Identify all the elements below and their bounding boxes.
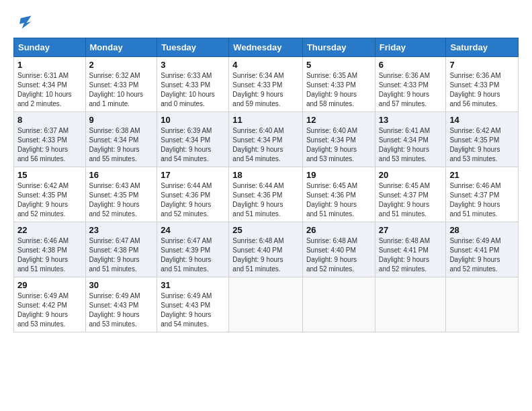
- calendar-week-row: 1Sunrise: 6:31 AM Sunset: 4:34 PM Daylig…: [14, 57, 519, 112]
- day-info: Sunrise: 6:36 AM Sunset: 4:33 PM Dayligh…: [449, 71, 515, 109]
- calendar-day-cell: 26Sunrise: 6:48 AM Sunset: 4:40 PM Dayli…: [302, 222, 375, 277]
- day-number: 4: [232, 60, 299, 70]
- day-info: Sunrise: 6:48 AM Sunset: 4:41 PM Dayligh…: [379, 236, 443, 274]
- day-number: 6: [379, 60, 443, 70]
- day-info: Sunrise: 6:42 AM Sunset: 4:35 PM Dayligh…: [449, 126, 515, 164]
- day-info: Sunrise: 6:41 AM Sunset: 4:34 PM Dayligh…: [379, 126, 443, 164]
- column-header-thursday: Thursday: [302, 38, 375, 57]
- page: SundayMondayTuesdayWednesdayThursdayFrid…: [0, 0, 532, 343]
- day-number: 26: [306, 225, 371, 235]
- day-number: 20: [379, 170, 443, 180]
- logo: [13, 13, 34, 32]
- calendar-day-cell: 22Sunrise: 6:46 AM Sunset: 4:38 PM Dayli…: [14, 222, 86, 277]
- day-info: Sunrise: 6:36 AM Sunset: 4:33 PM Dayligh…: [379, 71, 443, 109]
- calendar-header-row: SundayMondayTuesdayWednesdayThursdayFrid…: [14, 38, 519, 57]
- calendar-day-cell: 11Sunrise: 6:40 AM Sunset: 4:34 PM Dayli…: [229, 112, 303, 167]
- day-info: Sunrise: 6:47 AM Sunset: 4:39 PM Dayligh…: [161, 236, 225, 274]
- day-info: Sunrise: 6:45 AM Sunset: 4:36 PM Dayligh…: [306, 181, 371, 219]
- day-info: Sunrise: 6:49 AM Sunset: 4:42 PM Dayligh…: [17, 291, 82, 329]
- day-number: 5: [306, 60, 371, 70]
- calendar-day-cell: 18Sunrise: 6:44 AM Sunset: 4:36 PM Dayli…: [229, 167, 303, 222]
- day-number: 30: [89, 280, 154, 290]
- day-number: 16: [89, 170, 154, 180]
- calendar-day-cell: 3Sunrise: 6:33 AM Sunset: 4:33 PM Daylig…: [157, 57, 229, 112]
- calendar-day-cell: 20Sunrise: 6:45 AM Sunset: 4:37 PM Dayli…: [375, 167, 446, 222]
- day-info: Sunrise: 6:42 AM Sunset: 4:35 PM Dayligh…: [17, 181, 82, 219]
- calendar-week-row: 15Sunrise: 6:42 AM Sunset: 4:35 PM Dayli…: [14, 167, 519, 222]
- day-info: Sunrise: 6:32 AM Sunset: 4:33 PM Dayligh…: [89, 71, 154, 109]
- day-number: 12: [306, 115, 371, 125]
- day-info: Sunrise: 6:35 AM Sunset: 4:33 PM Dayligh…: [306, 71, 371, 109]
- calendar-day-cell: 17Sunrise: 6:44 AM Sunset: 4:36 PM Dayli…: [157, 167, 229, 222]
- column-header-friday: Friday: [375, 38, 446, 57]
- day-info: Sunrise: 6:48 AM Sunset: 4:40 PM Dayligh…: [232, 236, 299, 274]
- calendar-day-cell: 27Sunrise: 6:48 AM Sunset: 4:41 PM Dayli…: [375, 222, 446, 277]
- calendar-day-cell: 25Sunrise: 6:48 AM Sunset: 4:40 PM Dayli…: [229, 222, 303, 277]
- day-number: 8: [17, 115, 82, 125]
- day-number: 18: [232, 170, 299, 180]
- calendar-day-cell: 15Sunrise: 6:42 AM Sunset: 4:35 PM Dayli…: [14, 167, 86, 222]
- column-header-tuesday: Tuesday: [157, 38, 229, 57]
- calendar-day-cell: 16Sunrise: 6:43 AM Sunset: 4:35 PM Dayli…: [85, 167, 157, 222]
- day-info: Sunrise: 6:39 AM Sunset: 4:34 PM Dayligh…: [161, 126, 225, 164]
- day-info: Sunrise: 6:49 AM Sunset: 4:43 PM Dayligh…: [89, 291, 154, 329]
- svg-marker-0: [19, 16, 32, 29]
- empty-cell: [229, 277, 303, 332]
- day-info: Sunrise: 6:49 AM Sunset: 4:43 PM Dayligh…: [161, 291, 225, 329]
- day-number: 22: [17, 225, 82, 235]
- day-number: 28: [449, 225, 515, 235]
- calendar-day-cell: 10Sunrise: 6:39 AM Sunset: 4:34 PM Dayli…: [157, 112, 229, 167]
- calendar-day-cell: 19Sunrise: 6:45 AM Sunset: 4:36 PM Dayli…: [302, 167, 375, 222]
- calendar-day-cell: 24Sunrise: 6:47 AM Sunset: 4:39 PM Dayli…: [157, 222, 229, 277]
- day-number: 15: [17, 170, 82, 180]
- calendar-day-cell: 12Sunrise: 6:40 AM Sunset: 4:34 PM Dayli…: [302, 112, 375, 167]
- day-number: 1: [17, 60, 82, 70]
- day-info: Sunrise: 6:40 AM Sunset: 4:34 PM Dayligh…: [232, 126, 299, 164]
- empty-cell: [375, 277, 446, 332]
- day-number: 31: [161, 280, 225, 290]
- day-number: 19: [306, 170, 371, 180]
- calendar-day-cell: 8Sunrise: 6:37 AM Sunset: 4:33 PM Daylig…: [14, 112, 86, 167]
- day-info: Sunrise: 6:34 AM Sunset: 4:33 PM Dayligh…: [232, 71, 299, 109]
- day-info: Sunrise: 6:40 AM Sunset: 4:34 PM Dayligh…: [306, 126, 371, 164]
- day-number: 3: [161, 60, 225, 70]
- column-header-saturday: Saturday: [446, 38, 519, 57]
- day-info: Sunrise: 6:47 AM Sunset: 4:38 PM Dayligh…: [89, 236, 154, 274]
- day-number: 9: [89, 115, 154, 125]
- day-info: Sunrise: 6:46 AM Sunset: 4:37 PM Dayligh…: [449, 181, 515, 219]
- day-number: 7: [449, 60, 515, 70]
- day-info: Sunrise: 6:44 AM Sunset: 4:36 PM Dayligh…: [232, 181, 299, 219]
- calendar-day-cell: 2Sunrise: 6:32 AM Sunset: 4:33 PM Daylig…: [85, 57, 157, 112]
- day-number: 21: [449, 170, 515, 180]
- day-number: 13: [379, 115, 443, 125]
- day-number: 24: [161, 225, 225, 235]
- calendar-table: SundayMondayTuesdayWednesdayThursdayFrid…: [13, 38, 519, 332]
- calendar-day-cell: 23Sunrise: 6:47 AM Sunset: 4:38 PM Dayli…: [85, 222, 157, 277]
- day-info: Sunrise: 6:45 AM Sunset: 4:37 PM Dayligh…: [379, 181, 443, 219]
- day-info: Sunrise: 6:37 AM Sunset: 4:33 PM Dayligh…: [17, 126, 82, 164]
- empty-cell: [302, 277, 375, 332]
- header: [13, 11, 519, 32]
- calendar-day-cell: 31Sunrise: 6:49 AM Sunset: 4:43 PM Dayli…: [157, 277, 229, 332]
- day-number: 2: [89, 60, 154, 70]
- day-info: Sunrise: 6:43 AM Sunset: 4:35 PM Dayligh…: [89, 181, 154, 219]
- calendar-week-row: 22Sunrise: 6:46 AM Sunset: 4:38 PM Dayli…: [14, 222, 519, 277]
- day-number: 27: [379, 225, 443, 235]
- calendar-day-cell: 9Sunrise: 6:38 AM Sunset: 4:34 PM Daylig…: [85, 112, 157, 167]
- calendar-day-cell: 28Sunrise: 6:49 AM Sunset: 4:41 PM Dayli…: [446, 222, 519, 277]
- day-number: 25: [232, 225, 299, 235]
- day-number: 10: [161, 115, 225, 125]
- day-number: 14: [449, 115, 515, 125]
- calendar-week-row: 29Sunrise: 6:49 AM Sunset: 4:42 PM Dayli…: [14, 277, 519, 332]
- day-info: Sunrise: 6:44 AM Sunset: 4:36 PM Dayligh…: [161, 181, 225, 219]
- calendar-day-cell: 30Sunrise: 6:49 AM Sunset: 4:43 PM Dayli…: [85, 277, 157, 332]
- calendar-day-cell: 7Sunrise: 6:36 AM Sunset: 4:33 PM Daylig…: [446, 57, 519, 112]
- column-header-sunday: Sunday: [14, 38, 86, 57]
- day-info: Sunrise: 6:31 AM Sunset: 4:34 PM Dayligh…: [17, 71, 82, 109]
- calendar-day-cell: 29Sunrise: 6:49 AM Sunset: 4:42 PM Dayli…: [14, 277, 86, 332]
- day-info: Sunrise: 6:49 AM Sunset: 4:41 PM Dayligh…: [449, 236, 515, 274]
- calendar-day-cell: 5Sunrise: 6:35 AM Sunset: 4:33 PM Daylig…: [302, 57, 375, 112]
- day-number: 11: [232, 115, 299, 125]
- column-header-monday: Monday: [85, 38, 157, 57]
- calendar-day-cell: 6Sunrise: 6:36 AM Sunset: 4:33 PM Daylig…: [375, 57, 446, 112]
